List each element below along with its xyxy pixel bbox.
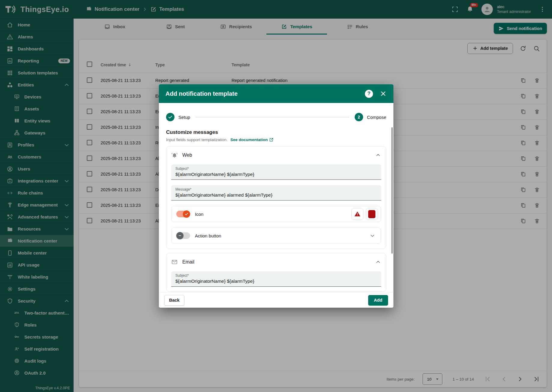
dialog-header: Add notification template ? xyxy=(159,84,393,103)
step-setup-indicator[interactable] xyxy=(166,113,174,121)
icon-toggle[interactable] xyxy=(176,210,190,218)
see-documentation-link[interactable]: See documentation xyxy=(230,137,274,142)
dialog-title: Add notification template xyxy=(165,90,238,97)
action-button-row: Action button xyxy=(171,228,381,244)
templatization-hint: Input fields support templatization. See… xyxy=(166,137,386,142)
check-icon xyxy=(168,115,173,119)
collapse-icon[interactable] xyxy=(375,152,381,158)
web-message-field[interactable]: Message* ${alarmOriginatorName} alarmed … xyxy=(171,185,381,201)
field-label: Subject* xyxy=(175,273,377,278)
dialog-body: Setup 2 Compose Customize messages Input… xyxy=(159,103,393,293)
action-button-toggle[interactable] xyxy=(176,232,190,240)
icon-toggle-label: Icon xyxy=(195,212,203,217)
collapse-icon[interactable] xyxy=(375,259,381,265)
stepper-connector xyxy=(196,117,349,117)
app-root: ThingsEye.io Notification center Templat… xyxy=(0,0,552,392)
email-section-header[interactable]: Email xyxy=(171,257,381,267)
icon-pickers xyxy=(351,208,378,220)
color-swatch xyxy=(368,210,375,218)
web-notification-icon xyxy=(171,152,178,158)
email-icon xyxy=(171,259,178,265)
expand-icon[interactable] xyxy=(369,233,375,239)
help-icon[interactable]: ? xyxy=(365,90,373,98)
back-button[interactable]: Back xyxy=(164,295,184,306)
step-compose-label: Compose xyxy=(367,115,386,120)
icon-color-picker-button[interactable] xyxy=(366,208,378,220)
field-label: Message* xyxy=(175,187,377,191)
add-notification-template-dialog: Add notification template ? Setup 2 Comp… xyxy=(159,84,393,308)
field-value: ${alarmOriginatorName} ${alarmType} xyxy=(175,279,377,284)
dialog-scrollbar[interactable] xyxy=(391,127,393,254)
step-compose-indicator[interactable]: 2 xyxy=(355,113,363,121)
web-subject-field[interactable]: Subject* ${alarmOriginatorName} ${alarmT… xyxy=(171,164,381,180)
action-button-label: Action button xyxy=(195,233,221,238)
email-section-title: Email xyxy=(182,259,194,265)
icon-picker-button[interactable] xyxy=(351,208,363,220)
web-section-header[interactable]: Web xyxy=(171,150,381,160)
dialog-footer: Back Add xyxy=(159,293,393,308)
step-setup-label: Setup xyxy=(178,115,190,120)
warning-icon xyxy=(354,211,361,217)
close-icon[interactable] xyxy=(380,90,387,97)
icon-toggle-row: Icon xyxy=(171,206,381,222)
field-label: Subject* xyxy=(175,167,377,171)
stepper: Setup 2 Compose xyxy=(166,110,386,125)
external-link-icon xyxy=(269,137,274,142)
add-button[interactable]: Add xyxy=(368,295,388,306)
email-section: Email Subject* ${alarmOriginatorName} ${… xyxy=(166,253,386,292)
web-section: Web Subject* ${alarmOriginatorName} ${al… xyxy=(166,146,386,249)
check-icon xyxy=(184,212,189,216)
customize-messages-heading: Customize messages xyxy=(166,129,386,135)
web-section-title: Web xyxy=(182,152,192,158)
email-subject-field[interactable]: Subject* ${alarmOriginatorName} ${alarmT… xyxy=(171,271,381,287)
minus-icon xyxy=(178,234,182,238)
field-value: ${alarmOriginatorName} alarmed ${alarmTy… xyxy=(175,192,377,198)
field-value: ${alarmOriginatorName} ${alarmType} xyxy=(175,172,377,177)
